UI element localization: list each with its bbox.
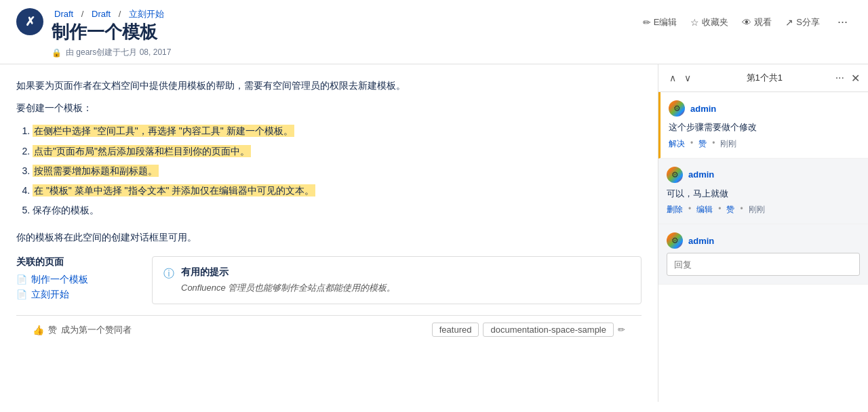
- related-link-1-text: 制作一个模板: [31, 274, 88, 286]
- bottom-bar: 👍 赞 成为第一个赞同者 featured documentation-spac…: [16, 315, 642, 344]
- star-icon: ☆: [690, 17, 699, 28]
- comment-author-row-1: ⚙ admin: [669, 100, 860, 117]
- comment-more-button[interactable]: ···: [835, 72, 844, 84]
- info-icon: ⓘ: [163, 267, 174, 281]
- lock-icon: 🔒: [52, 48, 62, 58]
- step-1-text: 在侧栏中选择 "空间工具"，再选择 "内容工具" 新建一个模板。: [33, 125, 294, 137]
- share-label: S分享: [796, 16, 820, 28]
- main-layout: 如果要为页面作者在文档空间中提供使用模板的帮助，需要有空间管理员的权限去新建模板…: [0, 64, 868, 402]
- header-actions: ✏ E编辑 ☆ 收藏夹 👁 观看 ↗ S分享 ···: [643, 14, 852, 30]
- favorite-label: 收藏夹: [702, 16, 728, 28]
- related-tip-row: 关联的页面 📄 制作一个模板 📄 立刻开始 ⓘ 有用的提示 Confluence…: [16, 256, 642, 305]
- like-text: 赞: [48, 324, 57, 336]
- comment-author-3[interactable]: admin: [688, 236, 714, 246]
- pencil-icon: ✏: [643, 17, 651, 28]
- breadcrumb-item-3[interactable]: 立刻开始: [129, 9, 164, 19]
- comment-item-3: ⚙ admin: [658, 224, 868, 285]
- resolve-button[interactable]: 解决: [669, 138, 685, 150]
- step-3-text: 按照需要增加标题和副标题。: [33, 165, 159, 177]
- list-item: 在侧栏中选择 "空间工具"，再选择 "内容工具" 新建一个模板。: [33, 121, 642, 141]
- comment-author-1[interactable]: admin: [690, 104, 716, 114]
- comment-text-2: 可以，马上就做: [667, 187, 860, 201]
- reply-input[interactable]: [667, 253, 860, 276]
- site-logo[interactable]: ✗: [16, 8, 43, 35]
- header-left: ✗ Draft / Draft / 立刻开始 制作一个模板 🔒 由 gears创…: [16, 8, 171, 58]
- page-meta: 🔒 由 gears创建于七月 08, 2017: [52, 47, 171, 58]
- tags-area: featured documentation-space-sample ✏: [432, 323, 625, 337]
- view-button[interactable]: 👁 观看: [742, 16, 772, 28]
- logo-symbol: ✗: [25, 14, 35, 29]
- tip-text: Confluence 管理员也能够制作全站点都能使用的模板。: [181, 281, 395, 295]
- edit-comment-button[interactable]: 编辑: [696, 204, 713, 215]
- breadcrumb: Draft / Draft / 立刻开始: [52, 8, 171, 20]
- list-item: 按照需要增加标题和副标题。: [33, 161, 642, 181]
- intro-text: 如果要为页面作者在文档空间中提供使用模板的帮助，需要有空间管理员的权限去新建模板…: [16, 78, 642, 93]
- sep-3: •: [688, 204, 691, 215]
- comments-sidebar: ∧ ∨ 第1个共1 ··· ✕ ⚙ admin 这个步骤需要做个修改 解决 •: [658, 64, 868, 402]
- comment-time-1: 刚刚: [720, 138, 736, 150]
- comment-actions-1: 解决 • 赞 • 刚刚: [669, 138, 860, 150]
- edit-button[interactable]: ✏ E编辑: [643, 16, 677, 28]
- sep-4: •: [718, 204, 721, 215]
- become-first-text: 成为第一个赞同者: [61, 324, 132, 336]
- eye-icon: 👁: [742, 17, 751, 28]
- sep-5: •: [740, 204, 743, 215]
- comments-list: ⚙ admin 这个步骤需要做个修改 解决 • 赞 • 刚刚 ⚙ admin: [658, 92, 868, 402]
- view-label: 观看: [754, 16, 772, 28]
- comment-close-button[interactable]: ✕: [851, 72, 860, 85]
- like-icon[interactable]: 👍: [33, 325, 44, 335]
- related-link-2[interactable]: 📄 立刻开始: [16, 289, 138, 301]
- related-title: 关联的页面: [16, 256, 138, 268]
- avatar-1: ⚙: [669, 100, 685, 117]
- more-button[interactable]: ···: [833, 14, 852, 30]
- related-link-2-text: 立刻开始: [31, 289, 69, 301]
- delete-button[interactable]: 删除: [667, 204, 683, 215]
- share-icon: ↗: [785, 17, 793, 28]
- list-item: 点击"页面布局"然后添加段落和栏目到你的页面中。: [33, 142, 642, 161]
- comment-author-row-2: ⚙ admin: [667, 167, 860, 183]
- related-link-1[interactable]: 📄 制作一个模板: [16, 274, 138, 286]
- content-area: 如果要为页面作者在文档空间中提供使用模板的帮助，需要有空间管理员的权限去新建模板…: [0, 64, 658, 402]
- nav-down-button[interactable]: ∨: [682, 71, 694, 85]
- share-button[interactable]: ↗ S分享: [785, 16, 820, 28]
- section-label: 要创建一个模板：: [16, 102, 642, 115]
- like-button-1[interactable]: 赞: [698, 138, 707, 150]
- comment-item-2: ⚙ admin 可以，马上就做 删除 • 编辑 • 赞 • 刚刚: [658, 159, 868, 225]
- comment-count: 第1个共1: [698, 72, 831, 84]
- tip-title: 有用的提示: [181, 266, 395, 279]
- comment-time-2: 刚刚: [749, 204, 765, 215]
- nav-arrows: ∧ ∨: [667, 71, 694, 85]
- related-section: 关联的页面 📄 制作一个模板 📄 立刻开始: [16, 256, 138, 304]
- sep-2: •: [712, 138, 715, 150]
- like-button-2[interactable]: 赞: [726, 204, 734, 215]
- edit-label: E编辑: [654, 16, 677, 28]
- breadcrumb-sep-2: /: [119, 9, 123, 19]
- comment-actions-2: 删除 • 编辑 • 赞 • 刚刚: [667, 204, 860, 215]
- step-2-text: 点击"页面布局"然后添加段落和栏目到你的页面中。: [33, 145, 251, 157]
- page-header: ✗ Draft / Draft / 立刻开始 制作一个模板 🔒 由 gears创…: [0, 0, 868, 64]
- breadcrumb-item-2[interactable]: Draft: [92, 9, 111, 19]
- tag-featured[interactable]: featured: [432, 323, 479, 337]
- file-icon-1: 📄: [16, 274, 27, 285]
- breadcrumb-item-1[interactable]: Draft: [54, 9, 73, 19]
- comment-header-actions: ··· ✕: [835, 72, 860, 85]
- comment-text-1: 这个步骤需要做个修改: [669, 121, 860, 134]
- nav-up-button[interactable]: ∧: [667, 71, 679, 85]
- breadcrumb-sep-1: /: [81, 9, 86, 19]
- tag-edit-icon[interactable]: ✏: [618, 325, 625, 335]
- avatar-3: ⚙: [667, 232, 683, 249]
- comment-author-row-3: ⚙ admin: [667, 232, 860, 249]
- favorite-button[interactable]: ☆ 收藏夹: [690, 16, 728, 28]
- step-4-text: 在 "模板" 菜单中选择 "指令文本" 并添加仅在编辑器中可见的文本。: [33, 184, 315, 197]
- list-item: 保存你的模板。: [33, 201, 642, 220]
- list-item: 在 "模板" 菜单中选择 "指令文本" 并添加仅在编辑器中可见的文本。: [33, 181, 642, 201]
- comment-author-2[interactable]: admin: [688, 169, 714, 180]
- tag-doc-space[interactable]: documentation-space-sample: [483, 323, 614, 337]
- tip-content: 有用的提示 Confluence 管理员也能够制作全站点都能使用的模板。: [181, 266, 395, 295]
- steps-list: 在侧栏中选择 "空间工具"，再选择 "内容工具" 新建一个模板。 点击"页面布局…: [16, 121, 642, 220]
- file-icon-2: 📄: [16, 289, 27, 300]
- page-created-by: 由 gears创建于七月 08, 2017: [66, 47, 171, 58]
- comments-header: ∧ ∨ 第1个共1 ··· ✕: [658, 64, 868, 92]
- step-5-text: 保存你的模板。: [33, 205, 99, 215]
- page-title: 制作一个模板: [52, 20, 171, 44]
